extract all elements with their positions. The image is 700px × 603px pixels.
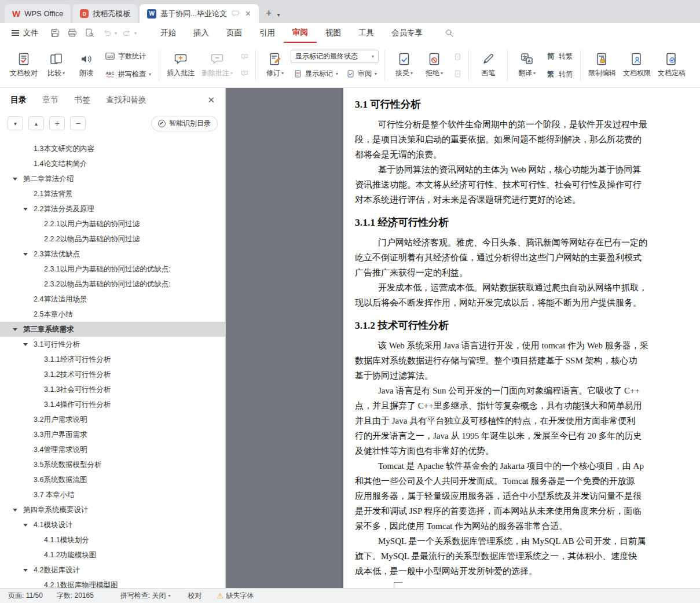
close-tab-icon[interactable]: ✕ [245,9,251,18]
insert-comment-button[interactable]: 插入批注 [164,47,197,84]
document-page[interactable]: 3.1 可行性分析可行性分析是整个软件生命周期中的第一个阶段，是软件开发过程中最… [343,88,700,588]
next-change-button[interactable] [451,67,464,80]
previous-comment-button[interactable] [238,50,251,63]
toc-collapse-arrow-icon[interactable] [23,208,34,211]
document-finalize-button[interactable]: 文档定稿 [655,47,688,84]
spell-check-status[interactable]: 拼写检查: 关闭 ▾ [120,591,171,601]
show-markup-button[interactable]: 显示标记▾ [291,67,341,81]
search-icon[interactable] [442,25,457,41]
toc-item[interactable]: 3.1.2技术可行性分析 [0,367,225,382]
toc-collapse-arrow-icon[interactable] [13,178,23,181]
toc-collapse-arrow-icon[interactable] [23,343,34,346]
save-button[interactable] [47,25,63,41]
pen-button[interactable]: 画笔 [474,47,503,84]
toc-item[interactable]: 4.1.2功能模块图 [0,547,225,562]
toc-item[interactable]: 第二章算法介绍 [0,171,225,186]
missing-font-warning[interactable]: ⚠ 缺失字体 [217,591,254,601]
toc-item[interactable]: 4.1模块设计 [0,517,225,532]
doc-proof-button[interactable]: 文档校对 [7,47,41,84]
tab-view[interactable]: 视图 [317,23,350,43]
toc-collapse-arrow-icon[interactable] [23,253,34,256]
smart-toc-button[interactable]: 智能识别目录 [151,116,218,131]
toc-item[interactable]: 3.3用户界面需求 [0,427,225,442]
toc-item[interactable]: 3.1.1经济可行性分析 [0,352,225,367]
tab-review[interactable]: 审阅 [284,23,317,43]
tab-member[interactable]: 会员专享 [383,23,431,43]
translate-button[interactable]: 文A 翻译▾ [512,47,541,84]
sidebar-tab-chapters[interactable]: 章节 [42,95,58,105]
toc-item[interactable]: 4.1.1模块划分 [0,532,225,547]
toc-item[interactable]: 第四章系统概要设计 [0,502,225,517]
traditional-to-simplified-button[interactable]: 繁 转简 [543,67,576,82]
tab-home[interactable]: 开始 [152,23,185,43]
document-permission-button[interactable]: 文档权限 [620,47,654,84]
undo-dropdown-icon[interactable]: ▾ [115,31,117,36]
toc-item[interactable]: 3.5系统数据模型分析 [0,457,225,472]
markup-state-select[interactable]: 显示标记的最终状态▾ [291,50,379,63]
tab-wps-office[interactable]: W WPS Office [5,4,71,23]
redo-dropdown-icon[interactable]: ▾ [134,31,137,36]
toc-item[interactable]: 2.5本章小结 [0,307,225,322]
word-count-button[interactable]: 123 字数统计 [102,49,154,64]
toc-item[interactable]: 3.1.3社会可行性分析 [0,382,225,397]
tab-docer-templates[interactable]: D 找稻壳模板 [72,4,138,23]
toc-item[interactable]: 3.4管理需求说明 [0,442,225,457]
zoom-in-toc-button[interactable]: + [49,116,65,130]
toc-item[interactable]: 2.1算法背景 [0,186,225,201]
compare-button[interactable]: 比较▾ [42,47,71,84]
toc-item[interactable]: 4.2.1数据库物理模型图 [0,578,225,588]
zoom-out-toc-button[interactable]: − [70,116,86,130]
toc-item[interactable]: 1.4论文结构简介 [0,156,225,171]
toc-item[interactable]: 3.1.4操作可行性分析 [0,397,225,412]
tab-list-dropdown-icon[interactable]: ▾ [277,12,283,23]
accept-change-button[interactable]: 接受▾ [390,47,419,84]
toc-item[interactable]: 2.3.2以物品为基础的协同过滤的优缺点: [0,277,225,292]
previous-change-button[interactable] [451,50,464,63]
proofread-button[interactable]: 校对 [188,591,202,601]
toc-item[interactable]: 4.2数据库设计 [0,562,225,578]
toc-collapse-arrow-icon[interactable] [13,328,23,331]
print-preview-button[interactable] [82,25,97,41]
toc-item[interactable]: 2.2.2以物品为基础的协同过滤 [0,231,225,247]
tab-page[interactable]: 页面 [218,23,251,43]
sidebar-tab-toc[interactable]: 目录 [10,95,27,105]
expand-all-button[interactable]: ▾ [8,116,23,130]
toc-item[interactable]: 2.4算法适用场景 [0,292,225,307]
tab-active-document[interactable]: W 基于协同...毕业论文 ✕ [140,4,259,23]
print-button[interactable] [65,25,80,41]
page-indicator[interactable]: 页面: 11/50 [8,591,43,601]
simplified-to-traditional-button[interactable]: 简 转繁 [543,49,576,64]
toc-item[interactable]: 3.6系统数据流图 [0,472,225,487]
next-comment-button[interactable] [238,67,251,80]
file-menu-button[interactable]: 文件 [6,23,44,43]
toc-item[interactable]: 3.2用户需求说明 [0,412,225,427]
redo-button[interactable] [119,25,134,41]
toc-item[interactable]: 2.2算法分类及原理 [0,201,225,216]
tab-insert[interactable]: 插入 [185,23,218,43]
delete-comment-button[interactable]: 删除批注▾ [199,47,236,84]
toc-item[interactable]: 2.3算法优缺点 [0,247,225,262]
toc-item[interactable]: 2.3.1以用户为基础的协同过滤的优缺点: [0,262,225,277]
toc-item[interactable]: 3.7 本章小结 [0,487,225,502]
word-count-indicator[interactable]: 字数: 20165 [57,591,94,601]
sidebar-close-icon[interactable]: ✕ [207,95,215,105]
tab-tools[interactable]: 工具 [350,23,383,43]
new-tab-button[interactable]: + [261,8,277,23]
tab-reference[interactable]: 引用 [251,23,284,43]
track-changes-button[interactable]: 修订▾ [261,47,289,84]
toc-collapse-arrow-icon[interactable] [13,509,23,512]
toc-item[interactable]: 2.2.1以用户为基础的协同过滤 [0,216,225,231]
spell-check-button[interactable]: ABC 拼写检查▾ [102,67,154,82]
toc-item[interactable]: 第三章系统需求 [0,322,225,337]
toc-collapse-arrow-icon[interactable] [23,524,34,527]
review-pane-button[interactable]: 审阅▾ [343,67,380,81]
collapse-all-button[interactable]: ▴ [28,116,44,130]
sidebar-tab-find-replace[interactable]: 查找和替换 [106,95,146,105]
restrict-editing-button[interactable]: 限制编辑 [585,47,619,84]
toc-item[interactable]: 1.3本文研究的内容 [0,141,225,156]
read-aloud-button[interactable]: 朗读 [72,47,101,84]
undo-button[interactable] [100,25,115,41]
toc-collapse-arrow-icon[interactable] [23,569,34,572]
sidebar-tab-bookmarks[interactable]: 书签 [74,95,90,105]
reject-change-button[interactable]: 拒绝▾ [420,47,449,84]
